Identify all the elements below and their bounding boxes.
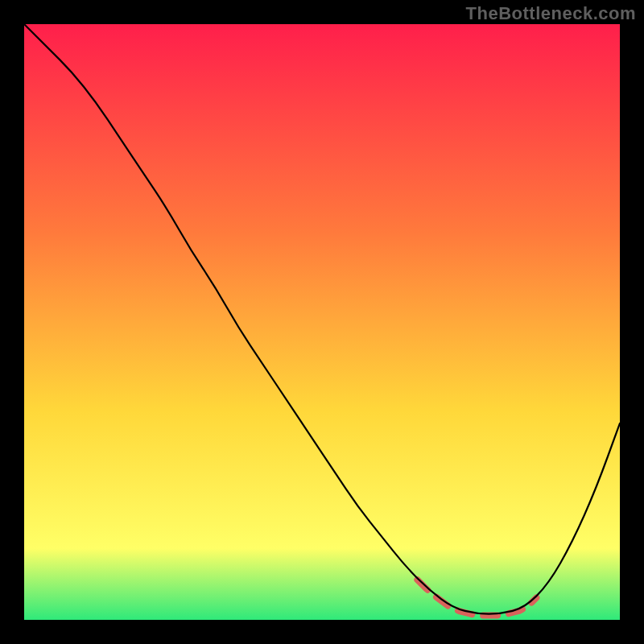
watermark-text: TheBottleneck.com [466, 3, 636, 24]
chart-frame: TheBottleneck.com [0, 0, 644, 644]
gradient-background [24, 24, 620, 620]
plot-area [24, 24, 620, 620]
chart-svg [24, 24, 620, 620]
